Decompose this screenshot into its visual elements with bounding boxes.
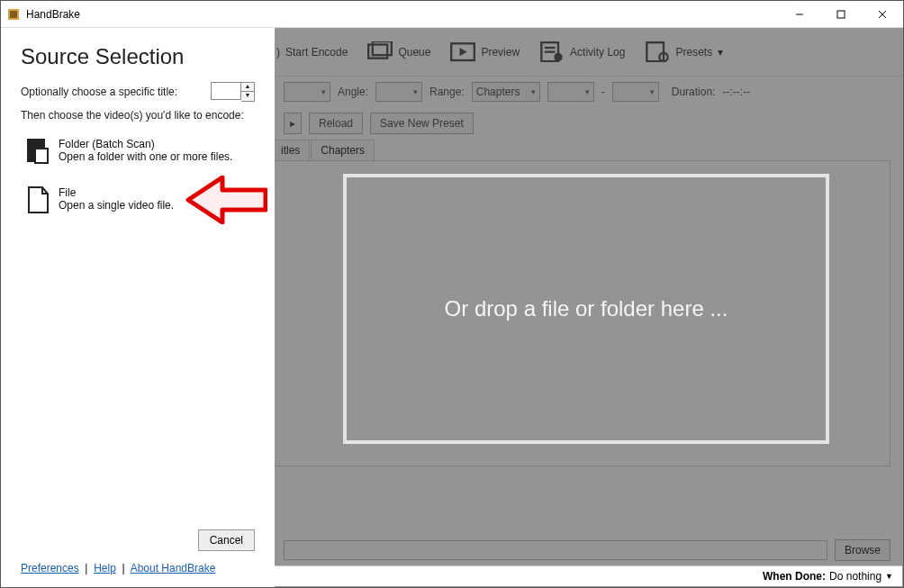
when-done-value[interactable]: Do nothing [829, 570, 881, 583]
app-icon [6, 7, 21, 22]
maximize-button[interactable] [820, 1, 862, 28]
cancel-label: Cancel [210, 534, 243, 547]
open-folder-option[interactable]: Folder (Batch Scan) Open a folder with o… [26, 138, 255, 165]
file-icon [26, 186, 50, 213]
when-done-label: When Done: [763, 570, 826, 583]
svg-rect-3 [837, 11, 845, 18]
close-button[interactable] [862, 1, 903, 28]
folder-icon [26, 138, 50, 165]
folder-option-sub: Open a folder with one or more files. [59, 150, 232, 163]
titlebar: HandBrake [1, 1, 903, 28]
file-option-sub: Open a single video file. [59, 199, 174, 212]
window-controls [779, 1, 903, 28]
chevron-down-icon: ▼ [885, 572, 893, 581]
title-choice-row: Optionally choose a specific title: ▲▼ [21, 82, 255, 102]
then-label: Then choose the video(s) you'd like to e… [21, 109, 244, 122]
footer-links: Preferences | Help | About HandBrake [21, 562, 255, 580]
drop-zone[interactable]: Or drop a file or folder here ... [343, 174, 829, 444]
preferences-link[interactable]: Preferences [21, 562, 79, 574]
svg-rect-17 [35, 149, 48, 163]
opt-title-label: Optionally choose a specific title: [21, 86, 177, 98]
svg-rect-1 [10, 11, 17, 18]
title-spinner[interactable]: ▲▼ [241, 82, 255, 102]
source-selection-panel: Source Selection Optionally choose a spe… [1, 28, 275, 587]
folder-option-title: Folder (Batch Scan) [59, 138, 232, 150]
about-link[interactable]: About HandBrake [131, 562, 216, 574]
title-number-input[interactable] [211, 82, 241, 100]
help-link[interactable]: Help [94, 562, 116, 574]
panel-heading: Source Selection [21, 44, 255, 69]
file-option-title: File [59, 186, 174, 199]
annotation-arrow [185, 176, 267, 224]
cancel-button[interactable]: Cancel [198, 529, 255, 551]
then-label-row: Then choose the video(s) you'd like to e… [21, 109, 255, 122]
drop-zone-text: Or drop a file or folder here ... [445, 296, 728, 321]
app-title: HandBrake [26, 8, 80, 21]
minimize-button[interactable] [779, 1, 820, 28]
